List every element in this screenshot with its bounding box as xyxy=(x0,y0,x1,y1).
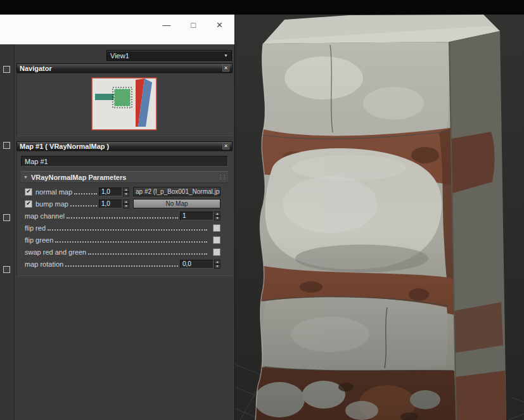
map-name-field[interactable] xyxy=(21,156,228,167)
rollout-grip-icon: ⋮⋮ xyxy=(218,174,226,180)
dot-leader xyxy=(65,261,178,267)
application-window: — □ ✕ View1 ▼ Navigator ✕ xyxy=(0,0,524,420)
material-editor-side-panel: View1 ▼ Navigator ✕ xyxy=(15,44,234,420)
spinner-down-icon[interactable]: ▾ xyxy=(123,192,129,196)
normal-map-slot-button[interactable]: ap #2 (l_p_Box001_Normal.jpg xyxy=(133,187,220,196)
maximize-button[interactable]: □ xyxy=(191,20,196,30)
window-titlebar: — □ ✕ xyxy=(0,15,234,44)
navigator-panel-header[interactable]: Navigator ✕ xyxy=(16,63,233,73)
side-mortar-patch xyxy=(455,371,506,420)
preview-green-node xyxy=(114,89,131,106)
normal-map-label: normal map xyxy=(35,188,72,196)
map-panel-body: ▼ VRayNormalMap Parameters ⋮⋮ ✔ normal m… xyxy=(16,151,233,276)
param-row-flip-green: flip green xyxy=(25,234,220,246)
navigator-content xyxy=(16,73,233,136)
viewport-3d[interactable] xyxy=(234,15,524,420)
check-icon: ✔ xyxy=(26,189,31,194)
spinner-value[interactable]: 0,0 xyxy=(180,260,214,269)
docked-panel-icon[interactable] xyxy=(3,66,10,73)
flip-green-checkbox[interactable] xyxy=(213,236,220,244)
map-rotation-label: map rotation xyxy=(25,260,63,268)
grid-line xyxy=(511,397,524,402)
close-icon[interactable]: ✕ xyxy=(222,65,229,72)
close-button[interactable]: ✕ xyxy=(216,20,223,30)
parameters-list: ✔ normal map 1,0 ▴ ▾ xyxy=(20,183,229,270)
spinner-up-icon[interactable]: ▴ xyxy=(123,200,129,204)
minimize-button[interactable]: — xyxy=(162,20,170,30)
dot-leader xyxy=(70,201,97,207)
normal-map-amount-spinner[interactable]: 1,0 ▴ ▾ xyxy=(99,188,129,196)
check-icon: ✔ xyxy=(26,201,31,207)
flip-red-checkbox[interactable] xyxy=(213,224,220,232)
stone-pillar xyxy=(253,15,506,420)
navigator-panel-title: Navigator xyxy=(20,65,220,72)
map-rotation-spinner[interactable]: 0,0 ▴ ▾ xyxy=(180,260,220,269)
dot-leader xyxy=(74,189,97,194)
swap-red-green-checkbox[interactable] xyxy=(213,248,220,256)
dot-leader xyxy=(67,213,178,219)
rollout-header-vraynormalmap[interactable]: ▼ VRayNormalMap Parameters ⋮⋮ xyxy=(21,171,228,183)
docked-panel-icon[interactable] xyxy=(3,266,10,273)
view-selector-label: View1 xyxy=(110,52,224,60)
spinner-value[interactable]: 1 xyxy=(180,212,214,220)
viewport-canvas-svg xyxy=(235,15,524,420)
dot-leader xyxy=(55,237,207,243)
param-row-flip-red: flip red xyxy=(25,222,220,234)
dot-leader xyxy=(88,249,207,255)
flip-red-label: flip red xyxy=(25,224,46,232)
map-channel-spinner[interactable]: 1 ▴ ▾ xyxy=(180,212,220,220)
spinner-up-icon[interactable]: ▴ xyxy=(214,212,220,216)
param-row-map-channel: map channel 1 ▴ ▾ xyxy=(25,210,220,222)
pillar-front-details xyxy=(253,40,458,420)
bump-map-checkbox[interactable]: ✔ xyxy=(25,200,32,208)
spinner-down-icon[interactable]: ▾ xyxy=(123,204,129,208)
bump-map-amount-spinner[interactable]: 1,0 ▴ ▾ xyxy=(99,200,129,208)
rollout-open-icon: ▼ xyxy=(23,175,28,179)
spinner-value[interactable]: 1,0 xyxy=(99,188,122,196)
chevron-down-icon: ▼ xyxy=(224,53,228,58)
swap-red-green-label: swap red and green xyxy=(25,248,86,256)
rollout-title: VRayNormalMap Parameters xyxy=(31,174,215,181)
navigator-panel: Navigator ✕ xyxy=(16,63,233,136)
spinner-value[interactable]: 1,0 xyxy=(99,200,122,208)
dot-leader xyxy=(48,225,207,231)
map-parameters-panel: Map #1 ( VRayNormalMap ) ✕ ▼ VRayNormalM… xyxy=(16,141,233,276)
spinner-up-icon[interactable]: ▴ xyxy=(123,188,129,192)
bump-map-label: bump map xyxy=(35,200,68,208)
docked-panel-icon[interactable] xyxy=(3,142,10,149)
view-selector-dropdown[interactable]: View1 ▼ xyxy=(106,50,232,61)
normal-map-checkbox[interactable]: ✔ xyxy=(25,188,32,196)
flip-green-label: flip green xyxy=(25,236,53,244)
navigator-preview-svg xyxy=(91,77,157,130)
grid-line xyxy=(509,414,524,420)
top-menu-bar xyxy=(0,0,524,15)
front-shading-overlay xyxy=(253,40,458,420)
docked-panel-icon[interactable] xyxy=(3,214,10,221)
preview-teal-bar xyxy=(95,94,117,100)
param-row-normal-map: ✔ normal map 1,0 ▴ ▾ xyxy=(25,186,220,198)
map-channel-label: map channel xyxy=(25,212,65,220)
param-row-bump-map: ✔ bump map 1,0 ▴ ▾ xyxy=(25,198,220,210)
param-row-map-rotation: map rotation 0,0 ▴ ▾ xyxy=(25,258,220,270)
map-panel-title: Map #1 ( VRayNormalMap ) xyxy=(20,143,220,150)
pillar-side-shade xyxy=(449,31,506,420)
side-mortar-patch xyxy=(453,302,503,353)
param-row-swap-red-green: swap red and green xyxy=(25,246,220,258)
panel-dock-strip xyxy=(0,44,15,420)
close-icon[interactable]: ✕ xyxy=(222,143,229,150)
spinner-down-icon[interactable]: ▾ xyxy=(214,264,220,269)
bump-map-slot-button[interactable]: No Map xyxy=(133,199,220,208)
spinner-down-icon[interactable]: ▾ xyxy=(214,216,220,220)
map-panel-header[interactable]: Map #1 ( VRayNormalMap ) ✕ xyxy=(16,141,233,151)
navigator-preview[interactable] xyxy=(91,77,157,130)
spinner-up-icon[interactable]: ▴ xyxy=(214,260,220,264)
